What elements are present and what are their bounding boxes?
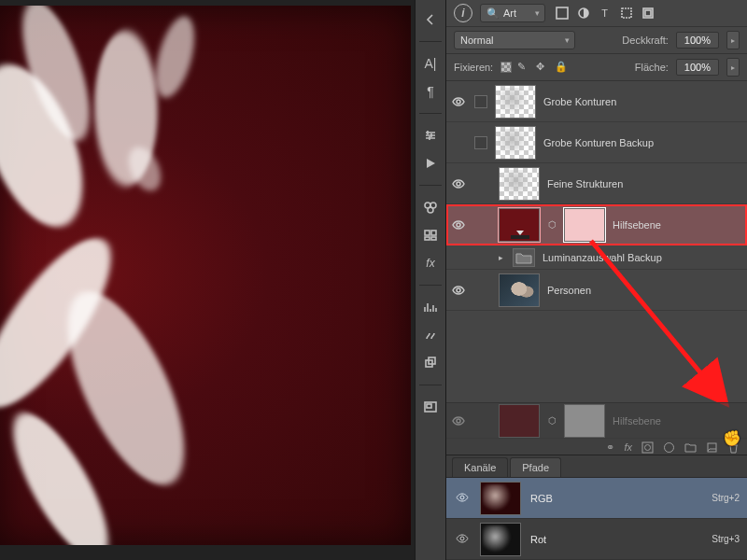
layer-name[interactable]: Grobe Konturen Backup (543, 137, 740, 148)
link-icon: ⬡ (547, 219, 557, 230)
toggle-left-icon[interactable] (418, 7, 443, 32)
filter-adjust-icon[interactable] (576, 7, 590, 21)
layers-footer-buttons: ⚭ fx (446, 439, 747, 455)
styles-panel-icon[interactable] (418, 223, 443, 247)
layer-row[interactable]: Personen (446, 270, 747, 311)
layer-checkbox[interactable] (474, 136, 487, 149)
layer-thumbnail[interactable] (495, 126, 536, 160)
visibility-toggle[interactable] (454, 532, 471, 547)
channel-shortcut: Strg+3 (712, 534, 740, 544)
visibility-toggle[interactable] (450, 218, 467, 231)
svg-point-23 (645, 445, 651, 451)
layer-name[interactable]: Luminanzauswahl Backup (543, 252, 740, 263)
expand-icon[interactable]: ▸ (499, 253, 503, 262)
lock-all-icon[interactable]: 🔒 (555, 61, 568, 74)
svg-rect-10 (427, 404, 431, 408)
layer-row-selected[interactable]: ⬡ Hilfsebene (446, 204, 747, 245)
svg-rect-25 (708, 443, 716, 452)
grab-cursor-icon: ✊ (723, 429, 741, 447)
fill-value[interactable]: 100% (676, 59, 719, 76)
canvas-area (0, 0, 415, 560)
opacity-label: Deckkraft: (622, 35, 669, 46)
layer-name: Hilfsebene (613, 415, 740, 427)
tab-channels[interactable]: Kanäle (452, 457, 508, 477)
layer-thumbnail[interactable] (499, 208, 540, 242)
opacity-value[interactable]: 100% (676, 32, 719, 49)
adjustments-panel-icon[interactable] (418, 123, 443, 147)
svg-rect-11 (557, 7, 568, 19)
mask-icon[interactable] (641, 441, 654, 455)
adjustment-icon[interactable] (663, 441, 675, 455)
layer-row[interactable]: Grobe Konturen Backup (446, 122, 747, 163)
fx-panel-icon[interactable]: fx (418, 251, 443, 275)
layers-panel: i 🔍Art T Normal Deckkraft: 100% ▸ Fixier… (446, 0, 747, 560)
document-canvas[interactable] (0, 6, 411, 545)
swatches-panel-icon[interactable] (418, 195, 443, 219)
layer-mask-thumbnail[interactable] (564, 208, 605, 242)
lock-brush-icon[interactable]: ✎ (517, 61, 530, 74)
layer-name[interactable]: Hilfsebene (613, 219, 740, 231)
fx-icon[interactable]: fx (624, 441, 632, 455)
filter-type-icon[interactable]: T (598, 7, 612, 21)
info-icon[interactable]: i (454, 4, 472, 22)
opacity-stepper[interactable]: ▸ (726, 31, 740, 49)
link-layers-icon[interactable]: ⚭ (606, 441, 614, 455)
group-icon[interactable] (513, 248, 535, 267)
svg-rect-5 (425, 237, 430, 240)
layer-filter-select[interactable]: 🔍Art (480, 4, 545, 22)
filter-pixel-icon[interactable] (555, 7, 569, 21)
channel-thumbnail[interactable] (480, 482, 521, 515)
paragraph-panel-icon[interactable]: ¶ (418, 79, 443, 104)
blend-mode-select[interactable]: Normal (454, 31, 575, 49)
layer-thumbnail[interactable] (499, 167, 540, 201)
svg-rect-4 (431, 231, 436, 235)
layers-panel-header: i 🔍Art T (446, 0, 747, 27)
layer-mask-thumbnail (564, 404, 605, 438)
link-icon: ⬡ (547, 415, 557, 426)
svg-point-17 (457, 182, 460, 186)
layer-name[interactable]: Personen (547, 285, 740, 296)
channel-row[interactable]: Rot Strg+3 (446, 519, 747, 560)
visibility-toggle[interactable] (450, 177, 467, 190)
tab-paths[interactable]: Pfade (510, 457, 561, 477)
drag-ghost-area: ⬡ Hilfsebene ⚭ fx ✊ (446, 402, 747, 455)
filter-smart-icon[interactable] (641, 7, 655, 21)
fill-stepper[interactable]: ▸ (726, 58, 740, 77)
layer-thumbnail[interactable] (495, 85, 536, 119)
svg-rect-15 (645, 10, 651, 16)
visibility-toggle[interactable] (450, 95, 467, 108)
fill-label: Fläche: (635, 62, 669, 73)
layer-name[interactable]: Feine Strukturen (547, 178, 740, 189)
layer-thumbnail (499, 404, 540, 438)
svg-rect-6 (431, 237, 436, 240)
layer-checkbox[interactable] (474, 95, 487, 108)
actions-panel-icon[interactable] (418, 151, 443, 175)
channel-thumbnail[interactable] (480, 523, 521, 556)
clone-panel-icon[interactable] (418, 351, 443, 375)
channel-name: Rot (530, 534, 702, 545)
channel-name: RGB (530, 493, 702, 504)
svg-point-2 (428, 207, 433, 213)
layer-thumbnail[interactable] (499, 273, 540, 307)
character-panel-icon[interactable]: A| (418, 51, 443, 76)
layer-group-row[interactable]: ▸ Luminanzauswahl Backup (446, 245, 747, 270)
navigator-panel-icon[interactable] (418, 395, 443, 419)
group-icon[interactable] (684, 441, 697, 455)
layers-list: Grobe Konturen Grobe Konturen Backup Fei… (446, 81, 747, 455)
histogram-panel-icon[interactable] (418, 295, 443, 319)
svg-rect-3 (425, 231, 430, 235)
visibility-toggle[interactable] (454, 491, 471, 506)
visibility-toggle[interactable] (450, 284, 467, 297)
filter-shape-icon[interactable] (619, 7, 633, 21)
lock-move-icon[interactable]: ✥ (536, 61, 549, 74)
svg-point-21 (457, 419, 460, 423)
lock-transparent-icon[interactable] (500, 62, 512, 73)
brushes-panel-icon[interactable] (418, 323, 443, 347)
layer-row[interactable]: Grobe Konturen (446, 81, 747, 122)
svg-rect-13 (622, 8, 631, 18)
channel-shortcut: Strg+2 (712, 493, 740, 503)
layer-row[interactable]: Feine Strukturen (446, 163, 747, 204)
channel-row[interactable]: RGB Strg+2 (446, 478, 747, 519)
new-layer-icon[interactable] (706, 441, 718, 455)
layer-name[interactable]: Grobe Konturen (543, 96, 740, 107)
